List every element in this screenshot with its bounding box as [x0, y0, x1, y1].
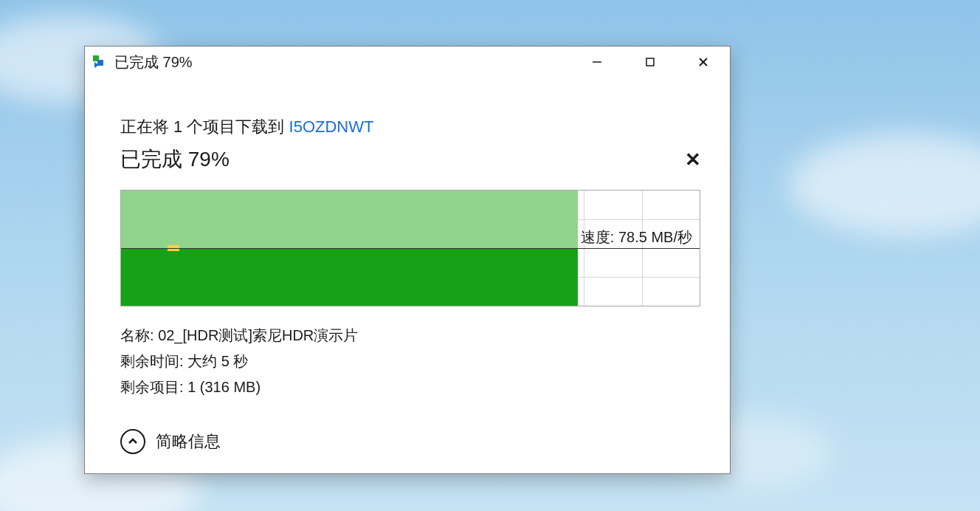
time-remaining-value: 大约 5 秒 [187, 353, 248, 369]
titlebar: 已完成 79% [85, 47, 730, 78]
transfer-details: 名称: 02_[HDR测试]索尼HDR演示片 剩余时间: 大约 5 秒 剩余项目… [120, 323, 700, 400]
window-controls [570, 47, 730, 78]
time-remaining-row: 剩余时间: 大约 5 秒 [120, 349, 700, 374]
close-button[interactable] [677, 47, 730, 78]
file-name-value: 02_[HDR测试]索尼HDR演示片 [158, 327, 358, 343]
copy-icon [92, 55, 107, 69]
chevron-up-icon [120, 429, 145, 454]
destination-link[interactable]: I5OZDNWT [289, 117, 374, 136]
progress-status: 已完成 79% [120, 145, 230, 174]
svg-rect-1 [646, 58, 654, 66]
download-description: 正在将 1 个项目下载到 I5OZDNWT [120, 116, 700, 138]
minimize-button[interactable] [570, 47, 624, 78]
cancel-button[interactable]: ✕ [681, 148, 705, 171]
window-title: 已完成 79% [114, 52, 193, 72]
dialog-content: 正在将 1 个项目下载到 I5OZDNWT 已完成 79% ✕ 速度: 78.5… [85, 78, 730, 473]
items-remaining-value: 1 (316 MB) [187, 379, 260, 395]
speed-chart: 速度: 78.5 MB/秒 [120, 190, 700, 306]
fewer-details-label: 简略信息 [156, 431, 221, 453]
items-remaining-row: 剩余项目: 1 (316 MB) [120, 374, 700, 400]
download-prefix: 正在将 1 个项目下载到 [120, 117, 289, 136]
maximize-button[interactable] [624, 47, 677, 78]
fewer-details-toggle[interactable]: 简略信息 [120, 416, 700, 459]
speed-label: 速度: 78.5 MB/秒 [581, 227, 692, 247]
file-name-row: 名称: 02_[HDR测试]索尼HDR演示片 [120, 323, 700, 349]
file-copy-dialog: 已完成 79% 正在将 1 个项目下载到 I5OZDNWT 已完成 79% ✕ … [84, 46, 731, 474]
